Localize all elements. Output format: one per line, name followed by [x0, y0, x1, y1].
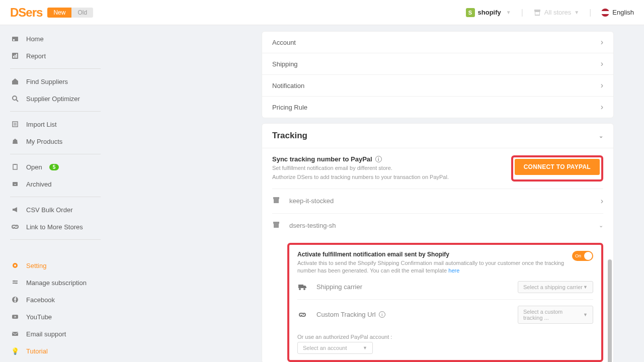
- fulfill-title: Activate fulfillment notification email …: [297, 251, 566, 258]
- megaphone-icon: [11, 206, 19, 214]
- nav-email-support[interactable]: Email support: [0, 325, 111, 342]
- toggle-label: On: [575, 253, 581, 258]
- store-row-1[interactable]: keep-it-stocked ›: [272, 189, 603, 214]
- account-dropdown[interactable]: Select an account▼: [297, 342, 373, 354]
- svg-rect-23: [12, 332, 18, 336]
- sync-desc1: Set fulfillment notification email by di…: [272, 164, 511, 172]
- divider: [10, 154, 101, 154]
- gear-icon: [11, 261, 19, 269]
- nav-csv-bulk[interactable]: CSV Bulk Order: [0, 201, 111, 218]
- account-row[interactable]: Account›: [262, 32, 613, 53]
- store-icon: [272, 221, 280, 231]
- chevron-right-icon: ›: [601, 103, 603, 112]
- chevron-down-icon: ▼: [574, 10, 579, 15]
- svg-line-7: [16, 100, 18, 102]
- nav-import-list[interactable]: Import List: [0, 116, 111, 133]
- chevron-down-icon: ⌄: [599, 222, 603, 229]
- sync-title: Sync tracking number to PayPali: [272, 155, 511, 163]
- divider: [10, 111, 101, 112]
- connect-paypal-button[interactable]: CONNECT TO PAYPAL: [515, 159, 600, 175]
- svg-rect-4: [15, 55, 16, 58]
- store-icon: [533, 9, 541, 17]
- divider: [10, 68, 101, 69]
- nav-home[interactable]: Home: [0, 30, 111, 47]
- fulfill-desc: Activate this to send the Shopify Shippi…: [297, 259, 566, 275]
- row-title: Account: [272, 39, 296, 46]
- view-toggle: New Old: [47, 8, 93, 18]
- language-selector[interactable]: English: [601, 9, 634, 17]
- nav-tutorial[interactable]: 💡Tutorial: [0, 342, 111, 359]
- url-label: Custom Tracking Urli: [316, 311, 509, 318]
- bottom-nav: Setting Manage subscription Facebook You…: [0, 254, 111, 362]
- info-icon[interactable]: i: [375, 156, 382, 162]
- nav-manage-subscription[interactable]: Manage subscription: [0, 274, 111, 291]
- svg-rect-12: [13, 164, 17, 169]
- shopify-dropdown[interactable]: S shopify ▼: [466, 8, 511, 17]
- nav-facebook[interactable]: Facebook: [0, 291, 111, 308]
- notification-row[interactable]: Notification›: [262, 75, 613, 97]
- lightbulb-icon: 💡: [11, 347, 19, 355]
- svg-rect-3: [13, 56, 14, 58]
- settings-card-top: Account› Shipping› Notification› Pricing…: [262, 31, 614, 118]
- nav-label: Archived: [26, 180, 52, 188]
- divider: [10, 239, 101, 240]
- carrier-dropdown[interactable]: Select a shipping carrier▼: [518, 281, 593, 293]
- nav-report[interactable]: Report: [0, 47, 111, 64]
- divider: [10, 197, 101, 197]
- url-dropdown[interactable]: Select a custom tracking ...▼: [518, 306, 593, 324]
- list-icon: [11, 120, 19, 128]
- store-row-2[interactable]: dsers-testing-sh ⌄: [272, 214, 603, 238]
- nav-youtube[interactable]: YouTube: [0, 308, 111, 325]
- toggle-old-button[interactable]: Old: [71, 8, 93, 18]
- chevron-down-icon: ▼: [506, 10, 511, 15]
- fulfillment-toggle[interactable]: On: [572, 251, 593, 261]
- svg-point-24: [299, 288, 301, 290]
- chevron-down-icon: ▼: [583, 312, 588, 317]
- nav-label: YouTube: [26, 313, 52, 321]
- shipping-row[interactable]: Shipping›: [262, 53, 613, 75]
- nav-label: Email support: [26, 330, 66, 338]
- shipping-carrier-row: Shipping carrier Select a shipping carri…: [297, 275, 593, 300]
- facebook-icon: [11, 296, 19, 304]
- scrollbar[interactable]: [608, 259, 612, 362]
- paypal-note: Or use an authorized PayPal account :: [297, 334, 593, 340]
- separator: |: [589, 8, 591, 17]
- svg-point-19: [14, 281, 15, 282]
- store-selector[interactable]: All stores ▼: [533, 9, 579, 17]
- info-icon[interactable]: i: [379, 311, 385, 318]
- chevron-right-icon: ›: [601, 38, 603, 47]
- header-right: S shopify ▼ | All stores ▼ | English: [466, 8, 634, 17]
- nav-label: Tutorial: [26, 347, 48, 355]
- nav-supplier-optimizer[interactable]: Supplier Optimizer: [0, 90, 111, 107]
- main-content: Account› Shipping› Notification› Pricing…: [111, 25, 644, 362]
- sync-block: Sync tracking number to PayPali Set fulf…: [272, 148, 603, 189]
- fulfill-header: Activate fulfillment notification email …: [297, 251, 593, 275]
- nav-open[interactable]: Open5: [0, 158, 111, 175]
- svg-point-16: [14, 264, 16, 266]
- here-link[interactable]: here: [448, 267, 459, 274]
- separator: |: [521, 8, 523, 17]
- store-label: All stores: [544, 9, 571, 16]
- nav-label: Find Suppliers: [26, 78, 68, 85]
- chevron-right-icon: ›: [601, 197, 603, 206]
- link-icon: [11, 223, 19, 231]
- nav-my-products[interactable]: My Products: [0, 133, 111, 150]
- truck-icon: [297, 284, 307, 291]
- pricing-row[interactable]: Pricing Rule›: [262, 97, 613, 118]
- row-title: Pricing Rule: [272, 104, 307, 111]
- row-title: Shipping: [272, 60, 298, 68]
- nav-archived[interactable]: Archived: [0, 175, 111, 193]
- nav-setting[interactable]: Setting: [0, 257, 111, 274]
- nav-find-suppliers[interactable]: Find Suppliers: [0, 73, 111, 90]
- open-badge: 5: [49, 164, 59, 170]
- nav-label: Home: [26, 35, 44, 43]
- tracking-header[interactable]: Tracking⌄: [262, 124, 613, 148]
- svg-rect-0: [12, 37, 18, 41]
- store-name: keep-it-stocked: [289, 197, 334, 205]
- sync-info: Sync tracking number to PayPali Set fulf…: [272, 155, 511, 182]
- svg-point-6: [13, 96, 17, 100]
- toggle-new-button[interactable]: New: [47, 8, 71, 18]
- nav-link-stores[interactable]: Link to More Stores: [0, 218, 111, 235]
- tracking-card: Tracking⌄ Sync tracking number to PayPal…: [262, 123, 614, 362]
- highlight-fulfillment: Activate fulfillment notification email …: [287, 243, 603, 362]
